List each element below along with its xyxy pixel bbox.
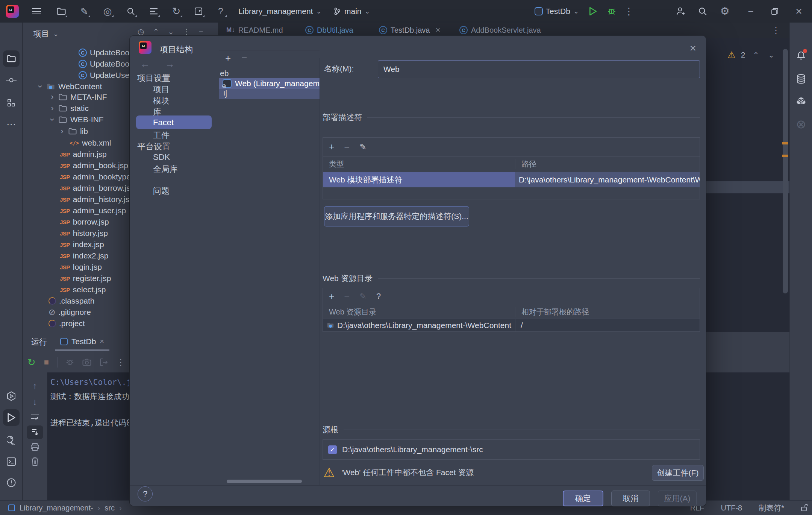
col-relative-path[interactable]: 相对于部署根的路径 bbox=[515, 307, 589, 317]
chevron-expanded-icon[interactable]: › bbox=[47, 117, 57, 123]
tab-dbutil[interactable]: C DbUtil.java bbox=[305, 23, 353, 38]
source-root-checkbox[interactable]: ✓ bbox=[328, 445, 337, 454]
tab-addbookservlet[interactable]: C AddBookServlet.java bbox=[459, 23, 541, 38]
run-panel-title[interactable]: 运行 bbox=[31, 335, 47, 349]
facet-type-header[interactable]: eb bbox=[220, 69, 229, 78]
run-button[interactable] bbox=[586, 5, 599, 18]
commit-tool-icon[interactable] bbox=[3, 72, 20, 88]
breadcrumb-src[interactable]: src bbox=[105, 504, 115, 512]
tab-options-icon[interactable]: ⋮ bbox=[771, 26, 780, 35]
ok-button[interactable]: 确定 bbox=[563, 491, 603, 506]
facet-name-input[interactable] bbox=[378, 60, 700, 78]
locate-target-icon[interactable]: ◎ bbox=[101, 5, 114, 18]
add-descriptor-icon[interactable]: + bbox=[329, 141, 335, 152]
chevron-collapsed-icon[interactable]: › bbox=[49, 92, 55, 102]
add-resource-icon[interactable]: + bbox=[329, 291, 335, 302]
clear-trash-icon[interactable] bbox=[27, 455, 43, 468]
search-icon[interactable] bbox=[124, 5, 137, 18]
col-type[interactable]: 类型 bbox=[323, 159, 515, 169]
facet-item-selected[interactable]: ⊕ Web (Library_managemen bbox=[219, 78, 320, 89]
print-icon[interactable] bbox=[27, 440, 43, 454]
window-close-button[interactable]: × bbox=[792, 5, 805, 18]
more-actions-icon[interactable]: ⋮ bbox=[623, 5, 635, 18]
warning-stripe-mark[interactable] bbox=[782, 155, 788, 157]
nav-item-artifacts[interactable]: 工件 bbox=[153, 130, 170, 141]
nav-item-sdk[interactable]: SDK bbox=[153, 152, 170, 162]
main-menu-icon[interactable] bbox=[30, 5, 43, 18]
nav-item-modules[interactable]: 模块 bbox=[153, 95, 170, 106]
breadcrumb-module[interactable]: Library_management- bbox=[20, 504, 93, 512]
editor-scrollbar[interactable] bbox=[783, 49, 788, 293]
add-facet-icon[interactable]: + bbox=[225, 52, 231, 64]
resource-row[interactable]: D:\java\others\Library_management-\WebCo… bbox=[323, 319, 700, 331]
encoding-indicator[interactable]: UTF-8 bbox=[721, 504, 742, 512]
rerun-icon[interactable]: ↻ bbox=[27, 357, 36, 367]
database-tool-icon[interactable] bbox=[793, 71, 809, 87]
close-tab-icon[interactable]: × bbox=[436, 25, 441, 35]
create-artifact-button[interactable]: 创建工件(F) bbox=[652, 465, 704, 481]
remove-descriptor-icon[interactable]: − bbox=[344, 141, 350, 152]
indent-indicator[interactable]: 制表符* bbox=[759, 503, 784, 513]
horizontal-scrollbar[interactable] bbox=[227, 480, 302, 483]
source-root-row[interactable]: ✓ D:\java\others\Library_management-\src bbox=[323, 439, 700, 460]
project-tool-icon[interactable] bbox=[3, 50, 20, 67]
dialog-help-button[interactable]: ? bbox=[138, 486, 153, 501]
nav-forward-icon[interactable]: → bbox=[165, 58, 175, 70]
facet-item-partial[interactable]: 刂 bbox=[219, 89, 320, 99]
structure-tool-icon[interactable] bbox=[3, 94, 20, 111]
nav-item-facets-selected[interactable] bbox=[136, 115, 212, 129]
stop-icon[interactable]: ■ bbox=[44, 358, 49, 366]
soft-wrap-icon[interactable] bbox=[27, 410, 43, 424]
nav-item-project[interactable]: 项目 bbox=[153, 84, 170, 95]
run-tool-icon[interactable] bbox=[3, 409, 20, 426]
nav-back-icon[interactable]: ← bbox=[140, 58, 150, 70]
descriptor-row-selected[interactable]: Web 模块部署描述符 D:\java\others\Library_manag… bbox=[323, 172, 700, 187]
tab-testdb-active[interactable]: C TestDb.java × bbox=[379, 23, 440, 38]
warning-stripe-mark[interactable] bbox=[782, 142, 788, 144]
branch-selector[interactable]: main ⌄ bbox=[333, 5, 370, 18]
hide-panel-icon[interactable]: − bbox=[199, 28, 203, 35]
window-layout-icon[interactable] bbox=[192, 5, 205, 18]
prev-occurrence-icon[interactable]: ↑ bbox=[27, 379, 43, 393]
inspections-widget[interactable]: ⚠ 2 ⌃ ⌄ bbox=[727, 50, 774, 60]
expand-all-icon[interactable]: ⌃ bbox=[153, 28, 159, 35]
settings-gear-icon[interactable]: ⚙ bbox=[718, 5, 731, 18]
tab-readme[interactable]: M↓ README.md bbox=[226, 23, 283, 38]
build-tool-icon[interactable] bbox=[3, 432, 20, 448]
window-restore-button[interactable] bbox=[768, 5, 781, 18]
run-config-selector[interactable]: TestDb ⌄ bbox=[535, 5, 579, 18]
collapse-all-icon[interactable]: ⌄ bbox=[168, 28, 174, 35]
help-icon[interactable]: ? bbox=[214, 5, 227, 18]
window-minimize-button[interactable]: − bbox=[744, 5, 757, 18]
project-selector[interactable]: Library_management ⌄ bbox=[238, 5, 322, 18]
plugin-x-icon[interactable]: ⊗ bbox=[793, 116, 809, 132]
notifications-bell-icon[interactable] bbox=[793, 47, 809, 64]
debug-button[interactable] bbox=[605, 5, 618, 18]
ai-assistant-icon[interactable] bbox=[793, 93, 809, 110]
format-lines-icon[interactable] bbox=[147, 5, 160, 18]
panel-options-icon[interactable]: ⋮ bbox=[183, 28, 190, 35]
sync-refresh-icon[interactable]: ↻ bbox=[170, 5, 183, 18]
col-path[interactable]: 路径 bbox=[515, 159, 536, 169]
search-everywhere-icon[interactable] bbox=[696, 5, 709, 18]
nav-item-global-libraries[interactable]: 全局库 bbox=[153, 164, 178, 175]
add-user-icon[interactable] bbox=[674, 5, 687, 18]
nav-item-problems[interactable]: 问题 bbox=[153, 185, 170, 197]
problems-tool-icon[interactable] bbox=[3, 474, 20, 491]
edit-pencil-icon[interactable]: ✎ bbox=[78, 5, 91, 18]
next-problem-icon[interactable]: ⌄ bbox=[768, 50, 774, 59]
edit-descriptor-icon[interactable]: ✎ bbox=[359, 142, 366, 152]
more-tools-icon[interactable]: ⋯ bbox=[3, 116, 20, 132]
chevron-collapsed-icon[interactable]: › bbox=[59, 126, 65, 136]
prev-problem-icon[interactable]: ⌃ bbox=[753, 50, 759, 59]
locate-file-icon[interactable]: ◷ bbox=[138, 28, 144, 35]
project-panel-header[interactable]: 项目 ⌄ bbox=[33, 29, 59, 39]
services-tool-icon[interactable] bbox=[3, 388, 20, 404]
console-options-icon[interactable]: ⋮ bbox=[116, 358, 125, 367]
chevron-expanded-icon[interactable]: › bbox=[35, 84, 45, 90]
add-app-server-descriptor-button[interactable]: 添加应用程序和服务器特定的描述符(S)... bbox=[324, 206, 469, 226]
lock-open-icon[interactable] bbox=[801, 504, 808, 512]
col-resource-dir[interactable]: Web 资源目录 bbox=[323, 307, 515, 317]
cancel-button[interactable]: 取消 bbox=[611, 491, 650, 506]
open-project-icon[interactable] bbox=[55, 5, 68, 18]
